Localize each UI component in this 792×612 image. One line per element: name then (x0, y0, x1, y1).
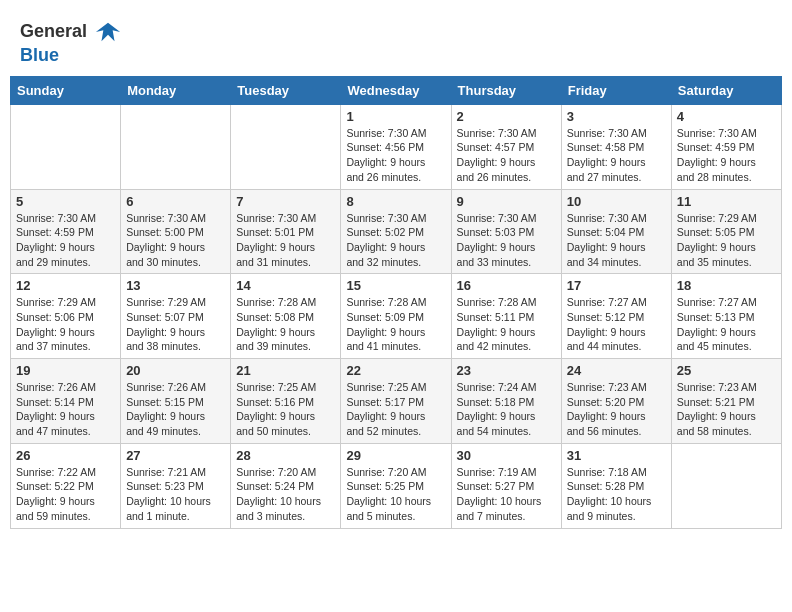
cell-date-number: 13 (126, 278, 225, 293)
weekday-header-monday: Monday (121, 76, 231, 104)
calendar-week-row: 12Sunrise: 7:29 AM Sunset: 5:06 PM Dayli… (11, 274, 782, 359)
calendar-cell: 7Sunrise: 7:30 AM Sunset: 5:01 PM Daylig… (231, 189, 341, 274)
cell-daylight-info: Sunrise: 7:23 AM Sunset: 5:20 PM Dayligh… (567, 380, 666, 439)
calendar-week-row: 5Sunrise: 7:30 AM Sunset: 4:59 PM Daylig… (11, 189, 782, 274)
cell-daylight-info: Sunrise: 7:26 AM Sunset: 5:15 PM Dayligh… (126, 380, 225, 439)
cell-date-number: 9 (457, 194, 556, 209)
cell-date-number: 24 (567, 363, 666, 378)
cell-daylight-info: Sunrise: 7:26 AM Sunset: 5:14 PM Dayligh… (16, 380, 115, 439)
cell-date-number: 27 (126, 448, 225, 463)
weekday-header-wednesday: Wednesday (341, 76, 451, 104)
cell-daylight-info: Sunrise: 7:30 AM Sunset: 4:57 PM Dayligh… (457, 126, 556, 185)
cell-date-number: 14 (236, 278, 335, 293)
calendar-cell: 3Sunrise: 7:30 AM Sunset: 4:58 PM Daylig… (561, 104, 671, 189)
weekday-header-friday: Friday (561, 76, 671, 104)
cell-daylight-info: Sunrise: 7:25 AM Sunset: 5:16 PM Dayligh… (236, 380, 335, 439)
cell-daylight-info: Sunrise: 7:19 AM Sunset: 5:27 PM Dayligh… (457, 465, 556, 524)
cell-daylight-info: Sunrise: 7:20 AM Sunset: 5:24 PM Dayligh… (236, 465, 335, 524)
calendar-cell: 4Sunrise: 7:30 AM Sunset: 4:59 PM Daylig… (671, 104, 781, 189)
cell-date-number: 19 (16, 363, 115, 378)
cell-daylight-info: Sunrise: 7:30 AM Sunset: 5:02 PM Dayligh… (346, 211, 445, 270)
calendar-cell: 29Sunrise: 7:20 AM Sunset: 5:25 PM Dayli… (341, 443, 451, 528)
cell-date-number: 25 (677, 363, 776, 378)
calendar-cell: 6Sunrise: 7:30 AM Sunset: 5:00 PM Daylig… (121, 189, 231, 274)
calendar-cell: 27Sunrise: 7:21 AM Sunset: 5:23 PM Dayli… (121, 443, 231, 528)
calendar-cell: 24Sunrise: 7:23 AM Sunset: 5:20 PM Dayli… (561, 359, 671, 444)
cell-daylight-info: Sunrise: 7:29 AM Sunset: 5:05 PM Dayligh… (677, 211, 776, 270)
calendar-cell: 11Sunrise: 7:29 AM Sunset: 5:05 PM Dayli… (671, 189, 781, 274)
calendar-cell (231, 104, 341, 189)
weekday-header-tuesday: Tuesday (231, 76, 341, 104)
calendar-cell: 9Sunrise: 7:30 AM Sunset: 5:03 PM Daylig… (451, 189, 561, 274)
calendar-cell: 10Sunrise: 7:30 AM Sunset: 5:04 PM Dayli… (561, 189, 671, 274)
cell-date-number: 28 (236, 448, 335, 463)
cell-daylight-info: Sunrise: 7:27 AM Sunset: 5:12 PM Dayligh… (567, 295, 666, 354)
cell-date-number: 4 (677, 109, 776, 124)
cell-daylight-info: Sunrise: 7:30 AM Sunset: 5:04 PM Dayligh… (567, 211, 666, 270)
calendar-cell: 23Sunrise: 7:24 AM Sunset: 5:18 PM Dayli… (451, 359, 561, 444)
cell-daylight-info: Sunrise: 7:29 AM Sunset: 5:06 PM Dayligh… (16, 295, 115, 354)
calendar-cell: 26Sunrise: 7:22 AM Sunset: 5:22 PM Dayli… (11, 443, 121, 528)
cell-daylight-info: Sunrise: 7:30 AM Sunset: 5:00 PM Dayligh… (126, 211, 225, 270)
cell-date-number: 31 (567, 448, 666, 463)
calendar-cell: 30Sunrise: 7:19 AM Sunset: 5:27 PM Dayli… (451, 443, 561, 528)
cell-date-number: 23 (457, 363, 556, 378)
header: General Blue (10, 10, 782, 72)
cell-date-number: 7 (236, 194, 335, 209)
calendar-cell: 15Sunrise: 7:28 AM Sunset: 5:09 PM Dayli… (341, 274, 451, 359)
calendar-table: SundayMondayTuesdayWednesdayThursdayFrid… (10, 76, 782, 529)
cell-daylight-info: Sunrise: 7:29 AM Sunset: 5:07 PM Dayligh… (126, 295, 225, 354)
cell-daylight-info: Sunrise: 7:30 AM Sunset: 4:58 PM Dayligh… (567, 126, 666, 185)
cell-daylight-info: Sunrise: 7:27 AM Sunset: 5:13 PM Dayligh… (677, 295, 776, 354)
cell-date-number: 2 (457, 109, 556, 124)
calendar-cell: 21Sunrise: 7:25 AM Sunset: 5:16 PM Dayli… (231, 359, 341, 444)
cell-daylight-info: Sunrise: 7:20 AM Sunset: 5:25 PM Dayligh… (346, 465, 445, 524)
weekday-header-thursday: Thursday (451, 76, 561, 104)
cell-date-number: 30 (457, 448, 556, 463)
cell-date-number: 11 (677, 194, 776, 209)
cell-date-number: 12 (16, 278, 115, 293)
logo-general: General (20, 21, 87, 41)
cell-date-number: 20 (126, 363, 225, 378)
calendar-cell: 17Sunrise: 7:27 AM Sunset: 5:12 PM Dayli… (561, 274, 671, 359)
calendar-week-row: 26Sunrise: 7:22 AM Sunset: 5:22 PM Dayli… (11, 443, 782, 528)
weekday-header-row: SundayMondayTuesdayWednesdayThursdayFrid… (11, 76, 782, 104)
cell-date-number: 22 (346, 363, 445, 378)
cell-daylight-info: Sunrise: 7:30 AM Sunset: 5:03 PM Dayligh… (457, 211, 556, 270)
weekday-header-sunday: Sunday (11, 76, 121, 104)
cell-daylight-info: Sunrise: 7:28 AM Sunset: 5:09 PM Dayligh… (346, 295, 445, 354)
calendar-cell: 5Sunrise: 7:30 AM Sunset: 4:59 PM Daylig… (11, 189, 121, 274)
calendar-cell (671, 443, 781, 528)
calendar-cell: 31Sunrise: 7:18 AM Sunset: 5:28 PM Dayli… (561, 443, 671, 528)
cell-date-number: 10 (567, 194, 666, 209)
cell-date-number: 15 (346, 278, 445, 293)
cell-daylight-info: Sunrise: 7:23 AM Sunset: 5:21 PM Dayligh… (677, 380, 776, 439)
calendar-cell: 28Sunrise: 7:20 AM Sunset: 5:24 PM Dayli… (231, 443, 341, 528)
calendar-cell: 22Sunrise: 7:25 AM Sunset: 5:17 PM Dayli… (341, 359, 451, 444)
cell-daylight-info: Sunrise: 7:24 AM Sunset: 5:18 PM Dayligh… (457, 380, 556, 439)
calendar-cell: 12Sunrise: 7:29 AM Sunset: 5:06 PM Dayli… (11, 274, 121, 359)
cell-date-number: 8 (346, 194, 445, 209)
calendar-week-row: 1Sunrise: 7:30 AM Sunset: 4:56 PM Daylig… (11, 104, 782, 189)
cell-daylight-info: Sunrise: 7:21 AM Sunset: 5:23 PM Dayligh… (126, 465, 225, 524)
calendar-week-row: 19Sunrise: 7:26 AM Sunset: 5:14 PM Dayli… (11, 359, 782, 444)
cell-date-number: 17 (567, 278, 666, 293)
logo-bird-icon (94, 18, 122, 46)
cell-daylight-info: Sunrise: 7:30 AM Sunset: 4:59 PM Dayligh… (677, 126, 776, 185)
cell-daylight-info: Sunrise: 7:30 AM Sunset: 4:56 PM Dayligh… (346, 126, 445, 185)
calendar-cell (11, 104, 121, 189)
logo-blue: Blue (20, 45, 59, 65)
cell-daylight-info: Sunrise: 7:25 AM Sunset: 5:17 PM Dayligh… (346, 380, 445, 439)
cell-date-number: 18 (677, 278, 776, 293)
cell-daylight-info: Sunrise: 7:28 AM Sunset: 5:11 PM Dayligh… (457, 295, 556, 354)
cell-date-number: 3 (567, 109, 666, 124)
weekday-header-saturday: Saturday (671, 76, 781, 104)
cell-daylight-info: Sunrise: 7:30 AM Sunset: 5:01 PM Dayligh… (236, 211, 335, 270)
calendar-cell: 19Sunrise: 7:26 AM Sunset: 5:14 PM Dayli… (11, 359, 121, 444)
cell-date-number: 29 (346, 448, 445, 463)
calendar-cell: 1Sunrise: 7:30 AM Sunset: 4:56 PM Daylig… (341, 104, 451, 189)
cell-date-number: 26 (16, 448, 115, 463)
cell-daylight-info: Sunrise: 7:30 AM Sunset: 4:59 PM Dayligh… (16, 211, 115, 270)
calendar-cell: 13Sunrise: 7:29 AM Sunset: 5:07 PM Dayli… (121, 274, 231, 359)
cell-daylight-info: Sunrise: 7:22 AM Sunset: 5:22 PM Dayligh… (16, 465, 115, 524)
